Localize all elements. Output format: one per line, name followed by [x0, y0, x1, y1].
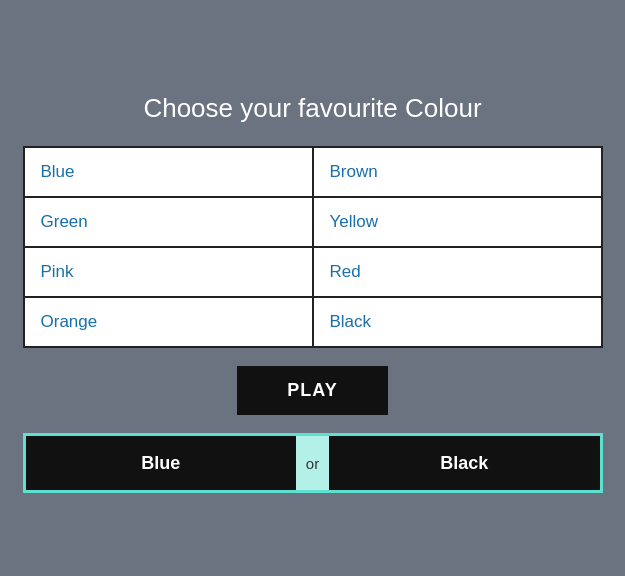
result-or-label: or	[296, 436, 329, 490]
result-bar: Blue or Black	[23, 433, 603, 493]
color-black[interactable]: Black	[314, 298, 601, 346]
color-green[interactable]: Green	[25, 198, 312, 246]
color-grid: Blue Brown Green Yellow Pink Red Orange …	[23, 146, 603, 348]
page-title: Choose your favourite Colour	[143, 83, 481, 128]
color-red[interactable]: Red	[314, 248, 601, 296]
color-orange[interactable]: Orange	[25, 298, 312, 346]
result-option1[interactable]: Blue	[26, 436, 296, 490]
color-brown[interactable]: Brown	[314, 148, 601, 196]
result-option2[interactable]: Black	[329, 436, 599, 490]
color-yellow[interactable]: Yellow	[314, 198, 601, 246]
play-button[interactable]: PLAY	[237, 366, 387, 415]
color-pink[interactable]: Pink	[25, 248, 312, 296]
color-blue[interactable]: Blue	[25, 148, 312, 196]
main-container: Choose your favourite Colour Blue Brown …	[23, 83, 603, 493]
